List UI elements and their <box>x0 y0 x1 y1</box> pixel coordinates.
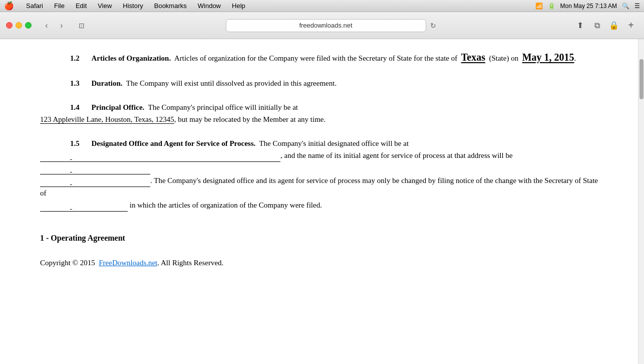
section-14-number: 1.4 <box>70 103 80 111</box>
section-15-text2-and: , and the name of its initial agent for … <box>280 151 513 159</box>
menu-bar-items: Safari File Edit View History Bookmarks … <box>24 2 247 10</box>
wifi-icon: 📶 <box>535 3 543 10</box>
section-14-title: Principal Office. <box>92 103 145 111</box>
section-15-title: Designated Office and Agent for Service … <box>92 139 256 147</box>
tab-view-button[interactable]: ⊡ <box>75 20 89 32</box>
section-13: 1.3 Duration. The Company will exist unt… <box>40 77 598 89</box>
scrollbar[interactable] <box>638 39 644 364</box>
add-tab-icon[interactable]: + <box>624 20 638 32</box>
maximize-button[interactable] <box>25 22 32 29</box>
notification-icon[interactable]: ☰ <box>634 3 640 10</box>
copyright-section: Copyright © 2015 FreeDownloads.net. All … <box>40 257 598 269</box>
browser-window: ‹ › ⊡ freedownloads.net ↻ ⬆ ⧉ 🔒 + 1.2 Ar… <box>0 12 644 364</box>
url-text: freedownloads.net <box>299 22 352 29</box>
share-icon[interactable]: ⬆ <box>573 20 587 32</box>
section-15-number: 1.5 <box>70 139 80 147</box>
search-icon[interactable]: 🔍 <box>622 3 629 10</box>
section-12-number: 1.2 <box>70 54 80 62</box>
menu-history[interactable]: History <box>121 2 145 10</box>
section-15-blank4 <box>40 199 128 212</box>
section-13-text: The Company will exist until dissolved a… <box>126 79 337 87</box>
menu-safari[interactable]: Safari <box>24 2 45 10</box>
traffic-lights <box>6 22 32 29</box>
menu-help[interactable]: Help <box>230 2 247 10</box>
copyright-label: Copyright © 2015 <box>40 259 95 267</box>
section-15: 1.5 Designated Office and Agent for Serv… <box>40 137 598 212</box>
menu-bar-right: 📶 🔋 Mon May 25 7:13 AM 🔍 ☰ <box>535 3 640 10</box>
copyright-end: . All Rights Reserved. <box>157 259 223 267</box>
footer-heading: 1 - Operating Agreement <box>40 232 598 245</box>
page-content: 1.2 Articles of Organization. Articles o… <box>0 39 638 364</box>
address-bar[interactable]: freedownloads.net <box>226 19 426 32</box>
content-area: 1.2 Articles of Organization. Articles o… <box>0 39 644 364</box>
toolbar-right: ⬆ ⧉ 🔒 + <box>573 20 638 32</box>
title-bar: ‹ › ⊡ freedownloads.net ↻ ⬆ ⧉ 🔒 + <box>0 12 644 39</box>
footer-heading-section: 1 - Operating Agreement <box>40 232 598 245</box>
section-12: 1.2 Articles of Organization. Articles o… <box>40 49 598 65</box>
section-12-period: . <box>574 54 576 62</box>
time-display: Mon May 25 7:13 AM <box>560 3 617 10</box>
section-12-text-middle: (State) on <box>489 54 518 62</box>
section-14-address: 123 Appleville Lane, Houston, Texas, 123… <box>40 115 174 123</box>
section-14-text-before: The Company's principal office will init… <box>148 103 298 111</box>
refresh-button[interactable]: ↻ <box>430 22 436 30</box>
section-15-blank3 <box>40 174 150 187</box>
section-15-blank2 <box>40 162 150 174</box>
battery-icon: 🔋 <box>548 3 555 10</box>
menu-window[interactable]: Window <box>196 2 223 10</box>
forward-button[interactable]: › <box>55 20 69 32</box>
section-14: 1.4 Principal Office. The Company's prin… <box>40 101 598 125</box>
section-13-number: 1.3 <box>70 79 80 87</box>
menu-edit[interactable]: Edit <box>74 2 89 10</box>
section-15-text4: in which the articles of organization of… <box>130 201 322 209</box>
minimize-button[interactable] <box>16 22 22 29</box>
section-12-date: May 1, 2015 <box>522 52 574 63</box>
section-13-title: Duration. <box>92 79 123 87</box>
section-15-text1: The Company's initial designated office … <box>259 139 409 147</box>
section-12-text-before: Articles of organization for the Company… <box>174 54 457 62</box>
section-15-blank1 <box>40 149 280 162</box>
back-button[interactable]: ‹ <box>40 20 54 32</box>
section-14-text-after: , but may be relocated by the Member at … <box>174 115 326 123</box>
copyright-link[interactable]: FreeDownloads.net <box>99 259 157 267</box>
menu-file[interactable]: File <box>52 2 67 10</box>
menu-bookmarks[interactable]: Bookmarks <box>152 2 189 10</box>
menu-bar: 🍎 Safari File Edit View History Bookmark… <box>0 0 644 12</box>
section-12-title: Articles of Organization. <box>92 54 171 62</box>
copyright-text: Copyright © 2015 FreeDownloads.net. All … <box>40 257 598 269</box>
scrollbar-thumb[interactable] <box>639 59 643 99</box>
address-bar-container: freedownloads.net ↻ <box>93 19 569 32</box>
close-button[interactable] <box>6 22 13 29</box>
apple-menu[interactable]: 🍎 <box>4 1 14 11</box>
sidebar-icon[interactable]: 🔒 <box>607 20 621 32</box>
section-12-state: Texas <box>461 52 485 63</box>
new-tab-icon[interactable]: ⧉ <box>590 20 604 32</box>
menu-view[interactable]: View <box>96 2 114 10</box>
nav-buttons: ‹ › <box>40 20 69 32</box>
